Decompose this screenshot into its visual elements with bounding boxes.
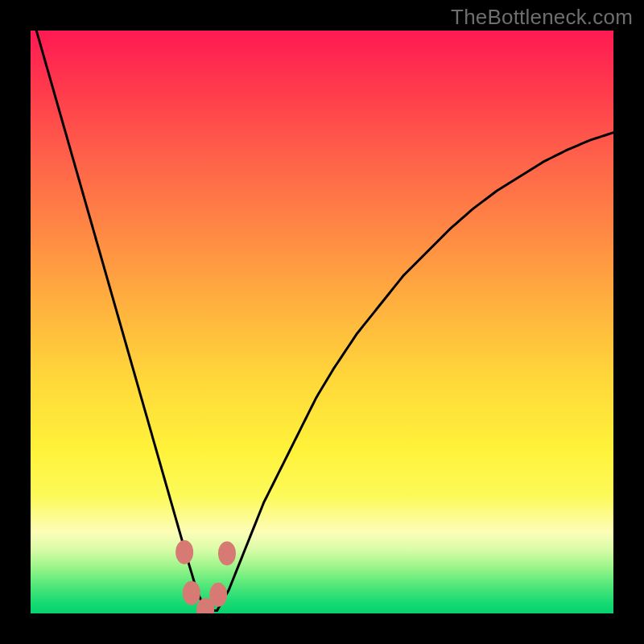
marker-layer [175,540,236,613]
curve-layer [36,31,613,610]
watermark-text: TheBottleneck.com [451,5,633,30]
bottleneck-curve [36,31,613,610]
chart-frame: TheBottleneck.com [0,0,644,644]
curve-marker-3 [209,583,227,607]
curve-marker-0 [175,540,193,564]
curve-marker-1 [183,581,200,605]
curve-svg [31,31,613,613]
plot-area [31,31,613,613]
curve-marker-4 [218,541,236,565]
